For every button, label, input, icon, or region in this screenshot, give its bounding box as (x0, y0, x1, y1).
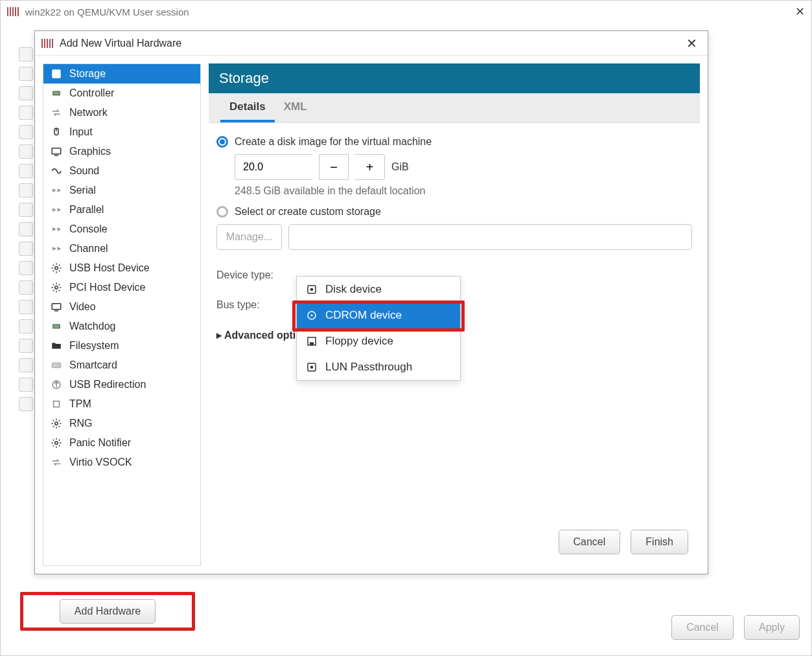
disk-size-input[interactable] (235, 154, 312, 180)
disk-size-decrement[interactable]: − (319, 154, 349, 180)
app-icon (7, 7, 20, 16)
port-icon (50, 203, 63, 216)
app-icon (41, 39, 54, 48)
finish-button[interactable]: Finish (631, 530, 688, 554)
hardware-item-pci-host-device[interactable]: PCI Host Device (43, 278, 200, 297)
hardware-item-label: Serial (69, 185, 96, 196)
hardware-item-controller[interactable]: Controller (43, 84, 200, 103)
svg-point-8 (55, 286, 58, 289)
gear-icon (50, 262, 63, 275)
radio-custom-storage[interactable] (216, 206, 228, 218)
add-hardware-button[interactable]: Add Hardware (60, 599, 156, 624)
radio-custom-storage-label: Select or create custom storage (235, 206, 381, 218)
hardware-item-label: TPM (69, 398, 91, 410)
port-icon (50, 242, 63, 255)
svg-rect-11 (53, 324, 60, 328)
device-type-option-floppy-device[interactable]: Floppy device (297, 328, 460, 354)
hardware-item-parallel[interactable]: Parallel (43, 200, 200, 220)
hardware-item-input[interactable]: Input (43, 122, 200, 142)
hardware-item-video[interactable]: Video (43, 297, 200, 317)
hardware-item-label: Video (69, 301, 96, 313)
device-type-option-disk-device[interactable]: Disk device (297, 277, 460, 302)
hardware-item-label: Smartcard (69, 359, 117, 371)
disk-icon (306, 284, 318, 295)
cancel-button[interactable]: Cancel (559, 530, 621, 554)
radio-create-disk[interactable] (216, 136, 228, 148)
hardware-item-label: Sound (69, 165, 99, 177)
device-type-label: Device type: (216, 269, 301, 281)
port-icon (50, 184, 63, 197)
hardware-item-label: Graphics (69, 146, 111, 157)
hardware-item-virtio-vsock[interactable]: Virtio VSOCK (43, 453, 200, 472)
hardware-item-label: Parallel (69, 204, 104, 216)
hardware-item-smartcard[interactable]: Smartcard (43, 356, 200, 375)
hardware-item-label: Controller (69, 87, 114, 99)
hardware-item-usb-host-device[interactable]: USB Host Device (43, 258, 200, 278)
close-icon[interactable]: ✕ (682, 34, 701, 52)
parent-apply-button[interactable]: Apply (744, 615, 800, 640)
manage-button[interactable]: Manage... (216, 224, 282, 250)
port-icon (50, 223, 63, 236)
disk-size-increment[interactable]: + (355, 154, 385, 180)
tab-xml[interactable]: XML (275, 94, 316, 122)
svg-rect-2 (53, 91, 60, 95)
hardware-item-label: Console (69, 223, 108, 235)
swap-icon (50, 456, 63, 469)
storage-path-input[interactable] (288, 224, 692, 250)
hardware-item-console[interactable]: Console (43, 220, 200, 239)
hardware-type-list[interactable]: StorageControllerNetworkInputGraphicsSou… (43, 63, 201, 566)
svg-point-16 (55, 442, 58, 445)
hardware-item-label: Network (69, 107, 108, 119)
caret-right-icon: ▸ (216, 329, 222, 341)
svg-rect-5 (52, 148, 61, 154)
hardware-item-label: RNG (69, 418, 93, 429)
hardware-item-label: Panic Notifier (69, 437, 131, 449)
monitor-icon (50, 145, 63, 158)
device-type-option-lun-passthrough[interactable]: LUN Passthrough (297, 354, 460, 380)
dialog-title: Add New Virtual Hardware (60, 38, 181, 49)
svg-point-15 (55, 422, 58, 425)
hardware-item-storage[interactable]: Storage (43, 64, 200, 84)
svg-rect-9 (52, 304, 61, 310)
card-icon (50, 359, 63, 372)
hardware-item-tpm[interactable]: TPM (43, 394, 200, 414)
gear-icon (50, 281, 63, 294)
close-icon[interactable]: ✕ (795, 5, 805, 19)
parent-title: win2k22 on QEMU/KVM User session (25, 6, 189, 17)
tab-bar: Details XML (209, 93, 700, 123)
parent-cancel-button[interactable]: Cancel (671, 615, 734, 640)
mouse-icon (50, 126, 63, 139)
hardware-item-serial[interactable]: Serial (43, 181, 200, 200)
sound-icon (50, 164, 63, 177)
dialog-titlebar: Add New Virtual Hardware ✕ (35, 31, 708, 56)
background-sidebar (19, 47, 33, 578)
hardware-item-usb-redirection[interactable]: USB Redirection (43, 375, 200, 394)
disk-size-unit: GiB (391, 161, 409, 173)
hardware-item-panic-notifier[interactable]: Panic Notifier (43, 433, 200, 453)
svg-rect-12 (52, 363, 61, 368)
hardware-item-sound[interactable]: Sound (43, 161, 200, 181)
chip-icon (50, 87, 63, 100)
svg-point-24 (310, 366, 314, 369)
hardware-item-watchdog[interactable]: Watchdog (43, 317, 200, 336)
gear-icon (50, 436, 63, 449)
hardware-item-label: Watchdog (69, 321, 115, 332)
hardware-item-graphics[interactable]: Graphics (43, 142, 200, 161)
disk-icon (50, 67, 63, 80)
svg-rect-14 (54, 402, 60, 407)
device-type-option-label: Disk device (325, 283, 382, 296)
hardware-item-label: Input (69, 126, 93, 138)
hardware-item-filesystem[interactable]: Filesystem (43, 336, 200, 356)
hardware-item-network[interactable]: Network (43, 103, 200, 122)
monitor-icon (50, 300, 63, 313)
swap-icon (50, 106, 63, 119)
svg-point-18 (310, 288, 314, 291)
usb-icon (50, 378, 63, 391)
tab-details[interactable]: Details (220, 94, 275, 122)
hardware-item-label: Virtio VSOCK (69, 457, 132, 468)
hardware-item-channel[interactable]: Channel (43, 239, 200, 258)
hardware-item-rng[interactable]: RNG (43, 414, 200, 433)
hardware-item-label: Filesystem (69, 340, 119, 352)
highlight-annotation (292, 300, 465, 332)
svg-rect-22 (310, 343, 314, 346)
